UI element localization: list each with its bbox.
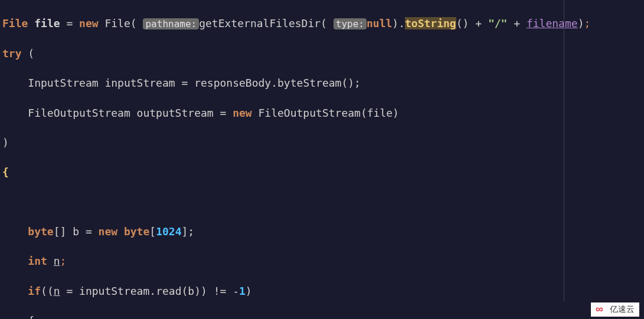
editor-margin-line xyxy=(564,0,564,301)
code-line: if((n = inputStream.read(b)) != -1) xyxy=(2,284,642,298)
code-line: FileOutputStream outputStream = new File… xyxy=(2,106,642,120)
code-line: ) xyxy=(2,135,642,150)
param-hint: pathname: xyxy=(143,18,199,29)
code-editor[interactable]: File file = new File( pathname:getExtern… xyxy=(0,0,644,319)
watermark-icon xyxy=(596,305,607,314)
code-line: { xyxy=(2,313,642,319)
watermark: 亿速云 xyxy=(591,302,639,317)
code-line xyxy=(2,195,642,209)
code-line: byte[] b = new byte[1024]; xyxy=(2,224,642,239)
param-hint: type: xyxy=(334,18,367,29)
watermark-text: 亿速云 xyxy=(610,304,635,315)
code-line: { xyxy=(2,165,642,179)
code-line: InputStream inputStream = responseBody.b… xyxy=(2,75,642,90)
code-line: File file = new File( pathname:getExtern… xyxy=(2,16,642,31)
code-line: int n; xyxy=(2,254,642,268)
code-line: try ( xyxy=(2,46,642,61)
